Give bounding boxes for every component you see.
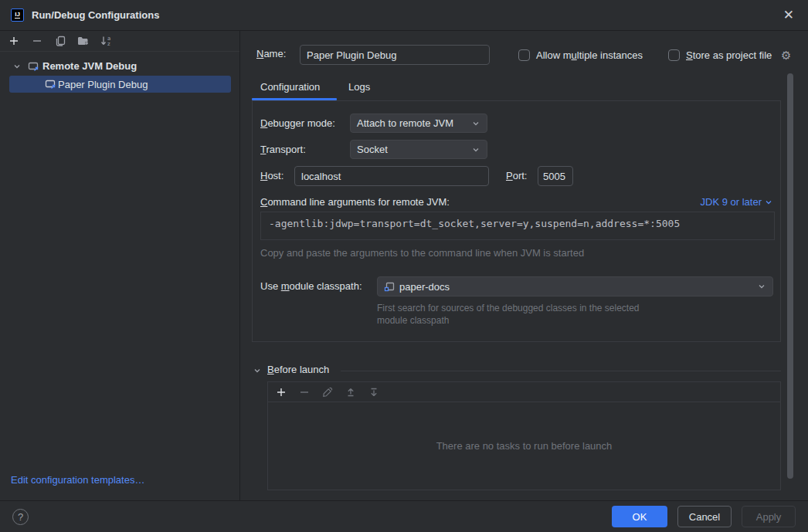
new-folder-icon[interactable] <box>76 35 90 48</box>
tree-group-label: Remote JVM Debug <box>42 60 137 72</box>
store-as-project-file-checkbox-row[interactable]: Store as project file <box>668 49 772 61</box>
tree-group-remote-jvm-debug[interactable]: Remote JVM Debug <box>0 57 239 75</box>
module-classpath-select[interactable]: paper-docs <box>377 276 773 296</box>
before-launch-separator <box>341 371 781 371</box>
port-input[interactable] <box>538 166 573 186</box>
configurations-tree: Remote JVM Debug Paper Plugin Debug <box>0 52 239 93</box>
command-line-arguments-value: -agentlib:jdwp=transport=dt_socket,serve… <box>269 218 680 229</box>
gear-icon[interactable]: ⚙ <box>781 49 791 62</box>
add-icon[interactable] <box>274 385 287 398</box>
port-label: Port: <box>506 170 527 181</box>
host-label: Host: <box>260 170 283 181</box>
tab-logs[interactable]: Logs <box>348 81 370 93</box>
transport-value: Socket <box>357 144 388 155</box>
before-launch-tasks-panel: There are no tasks to run before launch <box>267 381 781 490</box>
tab-configuration[interactable]: Configuration <box>260 81 320 93</box>
debugger-mode-label: Debugger mode: <box>260 117 335 129</box>
name-label: Name: <box>256 48 286 59</box>
remote-debug-config-icon <box>28 61 39 72</box>
edit-configuration-templates-link[interactable]: Edit configuration templates… <box>11 474 144 486</box>
help-icon[interactable]: ? <box>12 509 29 525</box>
allow-multiple-instances-label: Allow multiple instances <box>536 49 643 61</box>
host-input[interactable] <box>294 166 489 186</box>
configurations-sidebar: a z Remote JVM Debug <box>0 31 240 500</box>
before-launch-toolbar <box>268 382 780 402</box>
remove-icon[interactable] <box>30 35 43 48</box>
store-as-project-file-label: Store as project file <box>686 49 772 61</box>
configuration-form-panel: Debugger mode: Attach to remote JVM Tran… <box>252 100 781 342</box>
intellij-logo-icon: IJ <box>11 8 24 22</box>
use-module-classpath-label: Use module classpath: <box>260 280 362 292</box>
sidebar-toolbar: a z <box>0 31 239 52</box>
tree-item-paper-plugin-debug[interactable]: Paper Plugin Debug <box>9 76 231 93</box>
jdk-version-selector[interactable]: JDK 9 or later <box>701 196 772 208</box>
chevron-down-icon[interactable] <box>12 62 22 71</box>
name-input[interactable] <box>300 45 490 65</box>
dialog-footer: ? OK Cancel Apply <box>0 500 808 532</box>
run-debug-configurations-dialog: IJ Run/Debug Configurations ✕ <box>0 0 808 532</box>
copy-icon[interactable] <box>53 35 66 48</box>
module-classpath-hint-line2: module classpath <box>377 315 449 326</box>
chevron-down-icon <box>471 145 480 154</box>
store-as-project-file-checkbox[interactable] <box>668 49 680 61</box>
edit-icon[interactable] <box>321 385 334 398</box>
tree-item-label: Paper Plugin Debug <box>58 79 148 90</box>
transport-label: Transport: <box>260 144 306 155</box>
cancel-button[interactable]: Cancel <box>677 506 732 527</box>
module-icon <box>384 281 395 292</box>
apply-button[interactable]: Apply <box>742 506 796 527</box>
allow-multiple-instances-checkbox-row[interactable]: Allow multiple instances <box>518 49 643 61</box>
dialog-title: Run/Debug Configurations <box>32 9 159 21</box>
remove-icon[interactable] <box>297 385 311 398</box>
allow-multiple-instances-checkbox[interactable] <box>518 49 530 61</box>
add-icon[interactable] <box>7 35 20 48</box>
title-bar: IJ Run/Debug Configurations ✕ <box>0 0 808 31</box>
transport-select[interactable]: Socket <box>350 140 487 159</box>
jdk-version-value: JDK 9 or later <box>701 196 762 208</box>
vertical-scrollbar[interactable] <box>787 73 793 479</box>
debugger-mode-value: Attach to remote JVM <box>357 117 453 129</box>
chevron-down-icon <box>757 282 766 291</box>
ok-button[interactable]: OK <box>612 506 667 527</box>
before-launch-collapse-chevron-icon[interactable] <box>253 366 262 375</box>
move-up-icon[interactable] <box>344 385 357 398</box>
close-icon[interactable]: ✕ <box>780 7 797 23</box>
before-launch-empty-text: There are no tasks to run before launch <box>436 440 613 452</box>
module-classpath-hint-line1: First search for sources of the debugged… <box>377 303 640 313</box>
chevron-down-icon <box>765 198 772 206</box>
chevron-down-icon <box>471 119 480 128</box>
sort-alphabetically-icon[interactable]: a z <box>100 35 113 48</box>
remote-debug-config-icon <box>45 79 56 90</box>
dialog-body: a z Remote JVM Debug <box>0 31 808 500</box>
command-line-arguments-label: Command line arguments for remote JVM: <box>260 196 450 208</box>
svg-text:z: z <box>107 41 110 47</box>
configuration-editor: Name: Allow multiple instances Store as … <box>240 31 808 500</box>
command-line-arguments-field[interactable]: -agentlib:jdwp=transport=dt_socket,serve… <box>260 212 775 240</box>
before-launch-label: Before launch <box>267 364 329 375</box>
move-down-icon[interactable] <box>367 385 380 398</box>
debugger-mode-select[interactable]: Attach to remote JVM <box>350 114 487 133</box>
command-line-hint: Copy and paste the arguments to the comm… <box>260 247 584 259</box>
module-classpath-value: paper-docs <box>399 281 450 293</box>
